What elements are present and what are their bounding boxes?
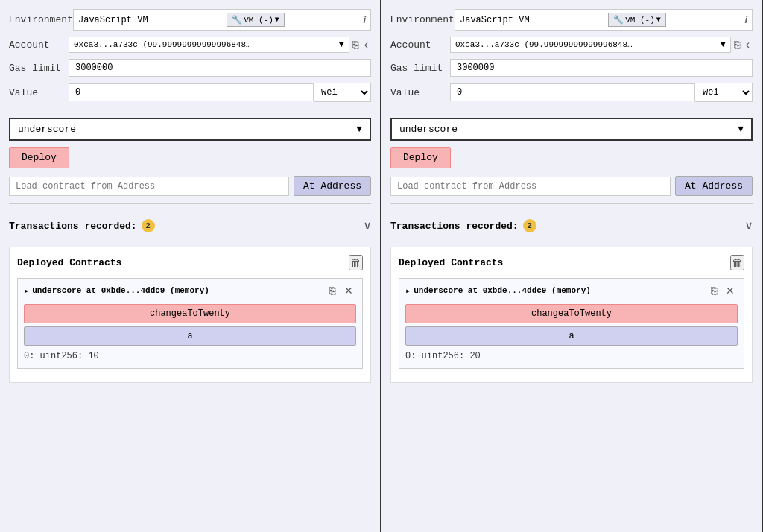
- change-a-to-twenty-button-r[interactable]: changeaToTwenty: [405, 304, 738, 323]
- contract-select-chevron: ▼: [356, 124, 362, 135]
- account-value: 0xca3...a733c (99.99999999999996848…: [74, 40, 251, 49]
- contract-name-text: underscore at 0xbde...4ddc9 (memory): [32, 286, 209, 295]
- copy-account-button-r[interactable]: ⎘: [731, 37, 743, 52]
- contract-select-value-r: underscore: [399, 124, 458, 135]
- environment-row: Environment JavaScript VM 🔧 VM (-) ▼ i: [9, 9, 371, 31]
- environment-box-r: JavaScript VM 🔧 VM (-) ▼ i: [455, 9, 753, 31]
- deployed-title-r: Deployed Contracts: [399, 257, 503, 268]
- vm-icon: 🔧: [232, 15, 242, 25]
- right-panel: Environment JavaScript VM 🔧 VM (-) ▼ i A…: [382, 0, 763, 532]
- gas-limit-row-r: Gas limit: [390, 59, 753, 77]
- result-display: 0: uint256: 10: [24, 349, 356, 364]
- transactions-badge-r: 2: [523, 219, 536, 232]
- contract-name: ▸ underscore at 0xbde...4ddc9 (memory): [24, 285, 209, 297]
- account-dropdown-icon-r[interactable]: ▼: [721, 40, 726, 49]
- gas-limit-label: Gas limit: [9, 63, 69, 74]
- contract-select-value: underscore: [18, 124, 76, 135]
- environment-row-r: Environment JavaScript VM 🔧 VM (-) ▼ i: [390, 9, 753, 31]
- contract-instance-header-r: ▸ underscore at 0xbde...4ddc9 (memory) ⎘…: [405, 283, 738, 298]
- environment-value-r: JavaScript VM: [460, 15, 530, 25]
- vm-badge[interactable]: 🔧 VM (-) ▼: [227, 13, 285, 27]
- contract-arrow-icon[interactable]: ▸: [24, 285, 29, 297]
- info-button[interactable]: i: [363, 14, 366, 25]
- unit-select[interactable]: wei gwei finney ether: [314, 83, 371, 102]
- vm-badge-label: VM (-): [244, 16, 273, 25]
- chevron-down-icon: ▼: [275, 16, 279, 24]
- account-box-r: 0xca3...a733c (99.99999999999996848… ▼: [450, 37, 731, 53]
- load-contract-input-r[interactable]: [390, 177, 671, 196]
- divider-2: [9, 203, 371, 204]
- divider-1: [9, 110, 371, 110]
- value-input[interactable]: [69, 83, 314, 101]
- a-button[interactable]: a: [24, 326, 356, 346]
- transactions-badge: 2: [142, 219, 155, 232]
- change-a-to-twenty-button[interactable]: changeaToTwenty: [24, 304, 356, 323]
- copy-contract-button-r[interactable]: ⎘: [708, 283, 720, 298]
- value-input-r[interactable]: [450, 83, 695, 101]
- a-button-r[interactable]: a: [405, 326, 738, 346]
- clear-contracts-button-r[interactable]: 🗑: [730, 255, 744, 270]
- vm-badge-r[interactable]: 🔧 VM (-) ▼: [608, 13, 666, 27]
- contract-actions: ⎘ ✕: [326, 283, 356, 298]
- transactions-chevron-icon: ∨: [364, 218, 371, 233]
- contract-name-r: ▸ underscore at 0xbde...4ddc9 (memory): [405, 285, 591, 297]
- transactions-row-r[interactable]: Transactions recorded: 2 ∨: [390, 212, 753, 239]
- environment-label-r: Environment: [390, 14, 450, 25]
- environment-box: JavaScript VM 🔧 VM (-) ▼ i: [73, 9, 371, 31]
- transactions-label-r: Transactions recorded: 2: [390, 219, 536, 232]
- deployed-contracts-section-r: Deployed Contracts 🗑 ▸ underscore at 0xb…: [390, 247, 753, 383]
- copy-contract-button[interactable]: ⎘: [326, 283, 338, 298]
- close-contract-button-r[interactable]: ✕: [723, 283, 738, 298]
- account-row-r: Account 0xca3...a733c (99.99999999999996…: [390, 37, 753, 53]
- contract-select-r[interactable]: underscore ▼: [390, 118, 753, 141]
- contract-buttons-r: changeaToTwenty a 0: uint256: 20: [405, 304, 738, 364]
- contract-select[interactable]: underscore ▼: [9, 118, 371, 141]
- divider-1-r: [390, 110, 753, 110]
- contract-actions-r: ⎘ ✕: [708, 283, 738, 298]
- deployed-contracts-section: Deployed Contracts 🗑 ▸ underscore at 0xb…: [9, 247, 371, 383]
- at-address-row: At Address: [9, 176, 371, 196]
- more-account-button-r[interactable]: ‹: [743, 37, 753, 53]
- contract-instance-header: ▸ underscore at 0xbde...4ddc9 (memory) ⎘…: [24, 283, 356, 298]
- more-account-button[interactable]: ‹: [361, 37, 371, 53]
- gas-limit-input-r[interactable]: [450, 59, 753, 77]
- value-label-r: Value: [390, 87, 450, 98]
- transactions-row[interactable]: Transactions recorded: 2 ∨: [9, 212, 371, 239]
- deploy-button[interactable]: Deploy: [9, 147, 69, 168]
- gas-limit-row: Gas limit: [9, 59, 371, 77]
- at-address-button-r[interactable]: At Address: [675, 176, 753, 196]
- unit-select-r[interactable]: wei gwei finney ether: [695, 83, 753, 102]
- result-display-r: 0: uint256: 20: [405, 349, 738, 364]
- contract-select-chevron-r: ▼: [738, 124, 744, 135]
- copy-account-button[interactable]: ⎘: [349, 37, 361, 52]
- account-box: 0xca3...a733c (99.99999999999996848… ▼: [69, 37, 349, 53]
- account-label-r: Account: [390, 39, 450, 51]
- transactions-text: Transactions recorded:: [9, 221, 137, 232]
- info-button-r[interactable]: i: [744, 14, 747, 25]
- clear-contracts-button[interactable]: 🗑: [349, 255, 363, 270]
- transactions-chevron-icon-r: ∨: [745, 218, 753, 233]
- left-panel: Environment JavaScript VM 🔧 VM (-) ▼ i A…: [0, 0, 382, 532]
- deployed-header: Deployed Contracts 🗑: [17, 255, 363, 270]
- contract-arrow-icon-r[interactable]: ▸: [405, 285, 411, 297]
- value-row-r: Value wei gwei finney ether: [390, 83, 753, 102]
- transactions-label: Transactions recorded: 2: [9, 219, 155, 232]
- gas-limit-input[interactable]: [69, 59, 371, 77]
- load-contract-input[interactable]: [9, 177, 289, 196]
- contract-buttons: changeaToTwenty a 0: uint256: 10: [24, 304, 356, 364]
- account-dropdown-icon[interactable]: ▼: [339, 40, 344, 49]
- close-contract-button[interactable]: ✕: [341, 283, 356, 298]
- at-address-row-r: At Address: [390, 176, 753, 196]
- contract-instance-r: ▸ underscore at 0xbde...4ddc9 (memory) ⎘…: [399, 278, 744, 369]
- account-value-r: 0xca3...a733c (99.99999999999996848…: [455, 40, 633, 49]
- value-row: Value wei gwei finney ether: [9, 83, 371, 102]
- at-address-button[interactable]: At Address: [294, 176, 371, 196]
- environment-label: Environment: [9, 14, 69, 25]
- account-label: Account: [9, 39, 69, 51]
- transactions-text-r: Transactions recorded:: [390, 221, 519, 232]
- contract-instance: ▸ underscore at 0xbde...4ddc9 (memory) ⎘…: [17, 278, 363, 369]
- value-label: Value: [9, 87, 69, 98]
- gas-limit-label-r: Gas limit: [390, 63, 450, 74]
- deploy-button-r[interactable]: Deploy: [390, 147, 451, 168]
- divider-2-r: [390, 203, 753, 204]
